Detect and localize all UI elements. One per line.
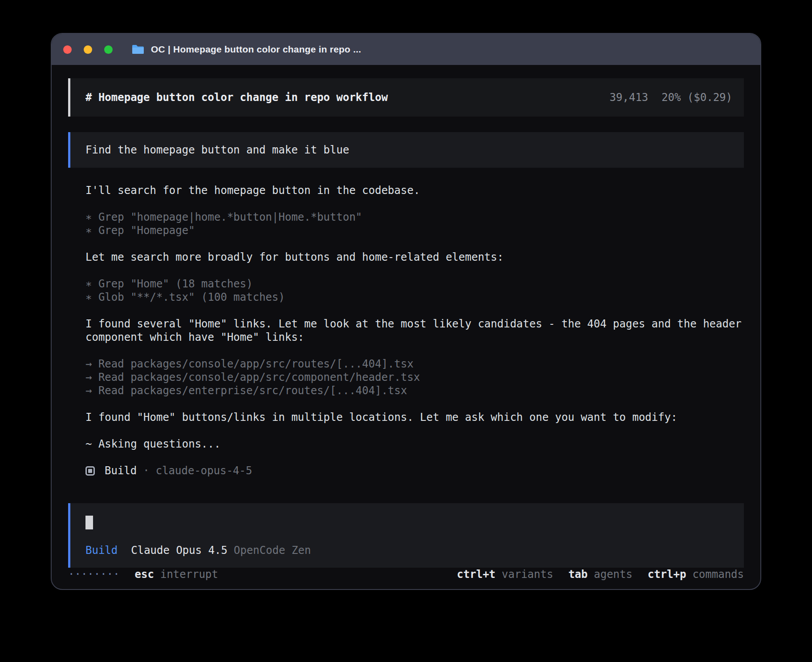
assistant-text: I found several "Home" links. Let me loo… <box>85 317 744 344</box>
mode-badge[interactable]: Build <box>85 544 118 557</box>
shortcut-key: ctrl+t <box>457 568 495 581</box>
input-status-line: Build Claude Opus 4.5 OpenCode Zen <box>85 544 732 557</box>
assistant-text: I'll search for the homepage button in t… <box>85 184 744 197</box>
spinner-dots: ········ <box>68 568 120 581</box>
tool-call-grep: ∗ Grep "homepage|home.*button|Home.*butt… <box>85 210 744 224</box>
prompt-input[interactable]: Build Claude Opus 4.5 OpenCode Zen <box>68 503 744 568</box>
session-meta: 39,413 20% ($0.29) <box>609 91 732 104</box>
titlebar[interactable]: OC | Homepage button color change in rep… <box>52 34 760 65</box>
shortcut-commands: ctrl+p commands <box>648 568 744 581</box>
tool-call-read: → Read packages/console/app/src/routes/[… <box>85 357 744 371</box>
tool-call-read: → Read packages/enterprise/src/routes/[.… <box>85 384 744 397</box>
traffic-lights <box>63 45 113 54</box>
provider-name: OpenCode Zen <box>234 544 311 557</box>
shortcut-label: variants <box>502 568 553 581</box>
terminal-content: # Homepage button color change in repo w… <box>52 65 760 590</box>
tool-call-grep: ∗ Grep "Home" (18 matches) <box>85 277 744 291</box>
text-cursor <box>85 516 93 529</box>
folder-icon <box>131 44 145 55</box>
terminal-window: OC | Homepage button color change in rep… <box>51 33 761 590</box>
shortcut-label: commands <box>692 568 744 581</box>
agent-icon <box>85 466 95 476</box>
shortcut-agents: tab agents <box>568 568 633 581</box>
assistant-text: Let me search more broadly for buttons a… <box>85 250 744 264</box>
model-name: Claude Opus 4.5 <box>131 544 227 557</box>
agent-status-row: Build · claude-opus-4-5 <box>85 464 744 477</box>
agent-model: claude-opus-4-5 <box>156 464 252 477</box>
conversation: I'll search for the homepage button in t… <box>68 184 744 491</box>
esc-key: esc <box>135 568 154 581</box>
shortcut-key: ctrl+p <box>648 568 686 581</box>
session-header: # Homepage button color change in repo w… <box>68 78 744 117</box>
user-message: Find the homepage button and make it blu… <box>68 132 744 168</box>
tool-call-glob: ∗ Glob "**/*.tsx" (100 matches) <box>85 291 744 304</box>
token-count: 39,413 <box>609 91 648 104</box>
session-title: # Homepage button color change in repo w… <box>85 91 388 104</box>
shortcut-variants: ctrl+t variants <box>457 568 553 581</box>
agent-name: Build <box>105 464 137 477</box>
shortcut-hints: ctrl+t variants tab agents ctrl+p comman… <box>457 568 744 581</box>
status-bar: ········ esc interrupt ctrl+t variants t… <box>68 568 744 581</box>
esc-label: interrupt <box>160 568 218 581</box>
shortcut-label: agents <box>594 568 633 581</box>
assistant-status: ~ Asking questions... <box>85 437 744 451</box>
assistant-text: I found "Home" buttons/links in multiple… <box>85 411 744 424</box>
close-button[interactable] <box>63 45 72 54</box>
context-usage: 20% ($0.29) <box>662 91 732 104</box>
dot-separator: · <box>143 464 149 477</box>
minimize-button[interactable] <box>84 45 92 54</box>
zoom-button[interactable] <box>104 45 113 54</box>
tool-call-read: → Read packages/console/app/src/componen… <box>85 371 744 384</box>
tool-call-grep: ∗ Grep "Homepage" <box>85 224 744 237</box>
window-title: OC | Homepage button color change in rep… <box>151 44 361 55</box>
shortcut-interrupt: esc interrupt <box>135 568 218 581</box>
shortcut-key: tab <box>568 568 588 581</box>
